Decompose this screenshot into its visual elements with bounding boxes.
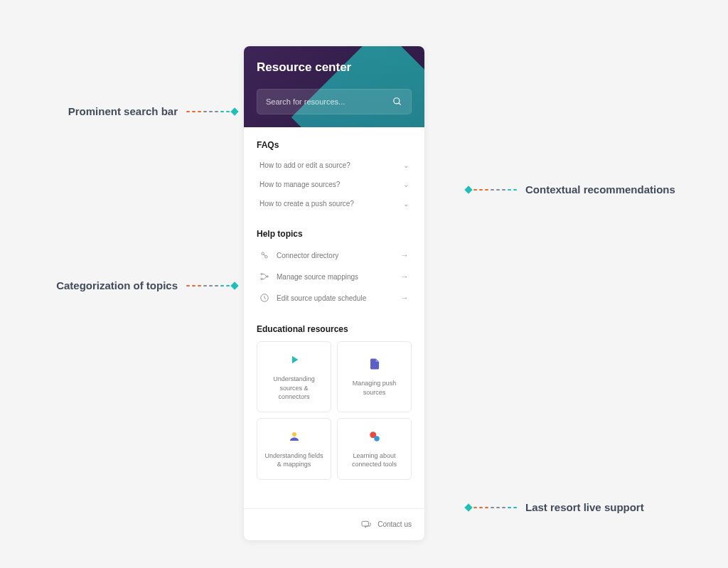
svg-line-1 bbox=[399, 103, 401, 105]
resource-card[interactable]: Understanding sources & connectors bbox=[257, 341, 331, 412]
resource-card[interactable]: Learning about connected tools bbox=[337, 418, 412, 480]
faqs-section: FAQs How to add or edit a source? ⌄ How … bbox=[257, 140, 412, 213]
svg-rect-11 bbox=[362, 521, 368, 526]
svg-point-0 bbox=[394, 98, 400, 104]
svg-point-8 bbox=[292, 432, 296, 436]
chat-icon bbox=[360, 519, 372, 530]
annotation-categorization: Categorization of topics bbox=[56, 279, 237, 291]
resource-card[interactable]: Understanding fields & mappings bbox=[257, 418, 331, 480]
help-topics-section: Help topics Connector directory → Manage… bbox=[257, 229, 412, 309]
dotted-connector bbox=[466, 505, 517, 510]
play-icon bbox=[287, 352, 302, 368]
tools-icon bbox=[367, 429, 382, 444]
chevron-down-icon: ⌄ bbox=[403, 181, 409, 188]
search-icon bbox=[392, 97, 402, 107]
svg-point-10 bbox=[374, 436, 380, 441]
document-icon bbox=[367, 356, 382, 372]
educational-section: Educational resources Understanding sour… bbox=[257, 324, 412, 480]
annotation-label: Last resort live support bbox=[525, 501, 644, 513]
annotation-live-support: Last resort live support bbox=[466, 501, 644, 513]
topic-item[interactable]: Manage source mappings → bbox=[257, 266, 412, 287]
annotation-search: Prominent search bar bbox=[68, 105, 237, 117]
connector-icon bbox=[259, 250, 269, 260]
arrow-right-icon: → bbox=[400, 293, 409, 303]
svg-point-5 bbox=[261, 278, 262, 279]
resource-card[interactable]: Managing push sources bbox=[337, 341, 412, 412]
dotted-connector bbox=[466, 187, 517, 193]
search-input[interactable] bbox=[266, 97, 392, 106]
chevron-down-icon: ⌄ bbox=[403, 161, 409, 169]
panel-header: Resource center bbox=[244, 46, 424, 127]
dotted-connector bbox=[186, 283, 237, 289]
topic-label: Manage source mappings bbox=[277, 273, 400, 281]
svg-point-6 bbox=[267, 276, 268, 277]
topic-item[interactable]: Edit source update schedule → bbox=[257, 287, 412, 309]
clock-icon bbox=[259, 293, 269, 303]
faq-label: How to create a push source? bbox=[259, 200, 354, 208]
contact-label: Contact us bbox=[378, 520, 412, 528]
arrow-right-icon: → bbox=[400, 272, 409, 282]
card-label: Understanding sources & connectors bbox=[264, 375, 323, 402]
topic-label: Edit source update schedule bbox=[277, 294, 400, 302]
page-title: Resource center bbox=[257, 60, 412, 75]
annotation-recommendations: Contextual recommendations bbox=[466, 183, 675, 195]
mapping-icon bbox=[259, 272, 269, 282]
topic-item[interactable]: Connector directory → bbox=[257, 245, 412, 266]
panel-body: FAQs How to add or edit a source? ⌄ How … bbox=[244, 127, 424, 508]
chevron-down-icon: ⌄ bbox=[403, 200, 409, 208]
svg-point-4 bbox=[261, 273, 262, 274]
faqs-title: FAQs bbox=[257, 140, 412, 150]
faq-label: How to manage sources? bbox=[259, 181, 340, 188]
faq-label: How to add or edit a source? bbox=[259, 161, 350, 169]
faq-item[interactable]: How to add or edit a source? ⌄ bbox=[257, 156, 412, 175]
resource-center-panel: Resource center FAQs How to add or edit … bbox=[244, 46, 424, 540]
person-icon bbox=[287, 429, 302, 444]
contact-us-button[interactable]: Contact us bbox=[244, 508, 424, 540]
arrow-right-icon: → bbox=[400, 250, 409, 260]
annotation-label: Categorization of topics bbox=[56, 279, 178, 291]
annotation-label: Contextual recommendations bbox=[525, 183, 675, 195]
card-label: Managing push sources bbox=[345, 379, 404, 397]
dotted-connector bbox=[186, 109, 237, 114]
card-label: Understanding fields & mappings bbox=[264, 451, 323, 469]
card-label: Learning about connected tools bbox=[345, 451, 404, 469]
help-topics-title: Help topics bbox=[257, 229, 412, 239]
search-box[interactable] bbox=[257, 89, 412, 114]
faq-item[interactable]: How to manage sources? ⌄ bbox=[257, 175, 412, 194]
annotation-label: Prominent search bar bbox=[68, 105, 178, 117]
topic-label: Connector directory bbox=[277, 252, 400, 259]
educational-title: Educational resources bbox=[257, 324, 412, 334]
faq-item[interactable]: How to create a push source? ⌄ bbox=[257, 194, 412, 213]
cards-grid: Understanding sources & connectors Manag… bbox=[257, 341, 412, 480]
